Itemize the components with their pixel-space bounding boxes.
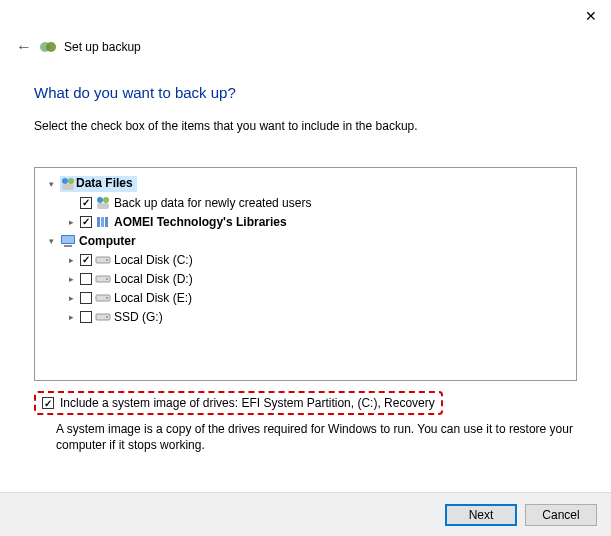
tree-node-new-users[interactable]: Back up data for newly created users	[114, 196, 311, 210]
svg-point-17	[106, 278, 108, 280]
users-icon	[60, 176, 76, 192]
svg-rect-8	[97, 217, 100, 227]
instruction-text: Select the check box of the items that y…	[34, 119, 577, 133]
svg-rect-9	[101, 217, 104, 227]
tree-node-libraries[interactable]: AOMEI Technology's Libraries	[114, 215, 287, 229]
expander-icon[interactable]: ▸	[65, 293, 77, 303]
svg-rect-12	[62, 236, 74, 243]
close-button[interactable]: ✕	[585, 8, 597, 24]
tree-node-drive-g[interactable]: SSD (G:)	[114, 310, 163, 324]
svg-rect-4	[62, 184, 74, 190]
wizard-header: ← Set up backup	[0, 0, 611, 56]
drive-icon	[95, 271, 111, 287]
checkbox[interactable]	[80, 292, 92, 304]
svg-point-1	[46, 42, 56, 52]
backup-items-tree[interactable]: ▾ Data Files ▸ Back up data for newly cr…	[34, 167, 577, 381]
svg-point-19	[106, 297, 108, 299]
dialog-footer: Next Cancel	[0, 492, 611, 536]
tree-node-computer[interactable]: Computer	[79, 234, 136, 248]
expander-icon[interactable]: ▸	[65, 217, 77, 227]
users-icon	[95, 195, 111, 211]
header-title: Set up backup	[64, 40, 141, 54]
svg-point-5	[97, 197, 103, 203]
drive-icon	[95, 252, 111, 268]
cancel-button[interactable]: Cancel	[525, 504, 597, 526]
drive-icon	[95, 290, 111, 306]
backup-icon	[40, 39, 56, 55]
svg-point-21	[106, 316, 108, 318]
checkbox[interactable]	[80, 216, 92, 228]
svg-rect-7	[97, 203, 109, 209]
expander-icon[interactable]: ▾	[45, 179, 57, 189]
svg-rect-13	[64, 245, 72, 247]
system-image-label[interactable]: Include a system image of drives: EFI Sy…	[60, 396, 435, 410]
checkbox[interactable]	[80, 254, 92, 266]
svg-point-6	[103, 197, 109, 203]
expander-icon[interactable]: ▸	[65, 255, 77, 265]
svg-rect-10	[105, 217, 108, 227]
library-icon	[95, 214, 111, 230]
checkbox[interactable]	[80, 197, 92, 209]
expander-icon[interactable]: ▸	[65, 274, 77, 284]
svg-point-2	[62, 178, 68, 184]
back-arrow-icon[interactable]: ←	[16, 38, 32, 56]
next-button[interactable]: Next	[445, 504, 517, 526]
svg-point-3	[68, 178, 74, 184]
checkbox[interactable]	[80, 273, 92, 285]
expander-icon[interactable]: ▸	[65, 312, 77, 322]
drive-icon	[95, 309, 111, 325]
system-image-option: Include a system image of drives: EFI Sy…	[34, 391, 443, 415]
checkbox[interactable]	[80, 311, 92, 323]
tree-node-drive-e[interactable]: Local Disk (E:)	[114, 291, 192, 305]
page-heading: What do you want to back up?	[34, 84, 577, 101]
tree-node-data-files[interactable]: Data Files	[76, 176, 133, 192]
system-image-description: A system image is a copy of the drives r…	[34, 421, 577, 453]
computer-icon	[60, 233, 76, 249]
tree-node-drive-d[interactable]: Local Disk (D:)	[114, 272, 193, 286]
system-image-checkbox[interactable]	[42, 397, 54, 409]
svg-point-15	[106, 259, 108, 261]
expander-icon[interactable]: ▾	[45, 236, 57, 246]
tree-node-drive-c[interactable]: Local Disk (C:)	[114, 253, 193, 267]
